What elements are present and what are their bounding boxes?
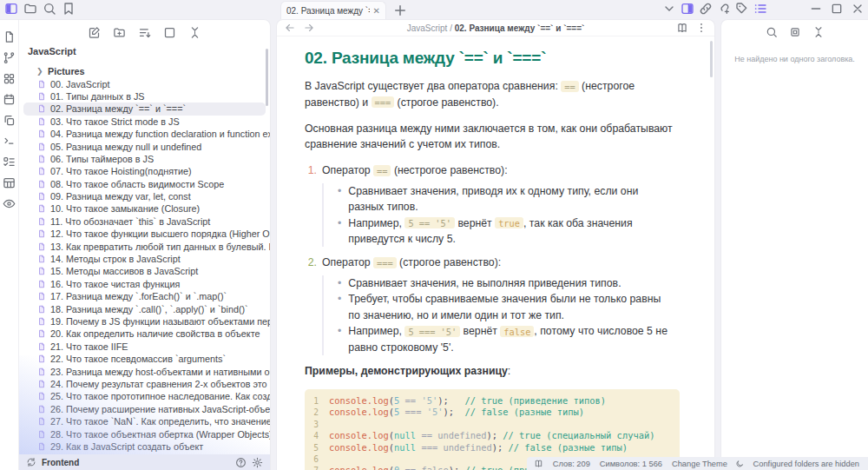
editor-scrollbar[interactable] xyxy=(710,41,713,77)
sidebar-scrollbar[interactable] xyxy=(266,49,268,106)
line-number: 6 xyxy=(305,453,329,465)
file-item[interactable]: 09. Разница между var, let, const xyxy=(19,190,270,202)
sort-icon[interactable] xyxy=(138,26,151,39)
pane-left-icon[interactable] xyxy=(4,2,18,16)
file-item[interactable]: 21. Что такое IIFE xyxy=(19,341,270,353)
help-icon[interactable] xyxy=(235,457,247,468)
file-item[interactable]: 18. Разница между `.call()`, `.apply()` … xyxy=(19,302,270,314)
new-tab-button[interactable] xyxy=(392,3,408,18)
collapse-all-icon[interactable] xyxy=(188,26,201,39)
file-item[interactable]: 05. Разница между null и undefined xyxy=(19,140,270,152)
search-icon[interactable] xyxy=(766,26,778,38)
calendar-icon[interactable] xyxy=(3,93,16,106)
file-label: 15. Методы массивов в JavaScript xyxy=(50,266,270,276)
line-number: 3 xyxy=(305,419,329,430)
file-label: 12. Что такое функции высшего порядка (H… xyxy=(50,228,270,239)
link-out-icon[interactable] xyxy=(699,2,713,16)
file-label: 29. Как в JavaScript создать объект xyxy=(50,441,270,452)
document-icon xyxy=(37,279,46,289)
file-item[interactable]: 12. Что такое функции высшего порядка (H… xyxy=(19,228,270,240)
link-add-icon[interactable] xyxy=(717,2,731,16)
new-folder-icon[interactable] xyxy=(113,26,126,39)
eye-icon[interactable] xyxy=(3,197,16,210)
code-line: console.log(5 === '5'); // false (разные… xyxy=(329,407,584,418)
file-item[interactable]: 07. Что такое Hoisting(поднятие) xyxy=(19,165,270,177)
search-icon[interactable] xyxy=(43,2,56,16)
layout-icon[interactable] xyxy=(163,26,176,39)
minimize-icon[interactable] xyxy=(809,2,823,16)
file-item[interactable]: 29. Как в JavaScript создать объект xyxy=(19,440,270,453)
file-item[interactable]: 25. Что такое прототипное наследование. … xyxy=(19,390,270,402)
folder-icon[interactable] xyxy=(23,2,37,16)
document-icon xyxy=(37,242,46,252)
copy-icon[interactable] xyxy=(3,114,16,127)
file-item[interactable]: 22. Что такое псевдомассив `arguments` xyxy=(19,353,270,365)
collapse-all-icon[interactable] xyxy=(812,26,825,38)
file-item[interactable]: 26. Почему расширение нативных JavaScrip… xyxy=(19,403,270,415)
file-item[interactable]: 23. Разница между host-объектами и натив… xyxy=(19,365,270,377)
breadcrumb-root[interactable]: JavaScript xyxy=(407,23,448,33)
file-label: 27. Что такое `NaN`. Как определить, что… xyxy=(50,416,270,427)
file-item[interactable]: 08. Что такое область видимости Scope xyxy=(19,178,270,190)
file-item[interactable]: 13. Как превратить любой тип данных в бу… xyxy=(19,240,270,252)
git-branch-icon[interactable] xyxy=(3,51,16,64)
quick-switcher-icon[interactable] xyxy=(3,30,16,43)
change-theme-button[interactable]: Change Theme xyxy=(672,460,744,468)
file-label: 08. Что такое область видимости Scope xyxy=(50,179,270,189)
file-item[interactable]: 17. Разница между `.forEach()` и `.map()… xyxy=(19,290,270,302)
outline-icon[interactable] xyxy=(753,2,767,16)
chevron-down-icon[interactable] xyxy=(662,2,676,16)
file-item[interactable]: 27. Что такое `NaN`. Как определить, что… xyxy=(19,415,270,427)
char-count: Символов: 1 566 xyxy=(600,460,662,468)
folder-item-pictures[interactable]: ❯ Pictures xyxy=(19,65,270,77)
document-icon xyxy=(37,416,46,427)
vault-name[interactable]: Frontend xyxy=(42,458,230,467)
file-label: 11. Что обозначает `this` в JavaScript xyxy=(50,216,270,227)
reading-mode-icon[interactable] xyxy=(676,22,688,34)
moon-icon xyxy=(735,460,744,468)
file-item[interactable]: 28. Что такое объектная обертка (Wrapper… xyxy=(19,427,270,440)
tab-close-icon[interactable]: ✕ xyxy=(373,6,380,16)
close-icon[interactable] xyxy=(851,2,865,16)
file-item[interactable]: 10. Что такое замыкание (Closure) xyxy=(19,202,270,215)
grid-icon[interactable] xyxy=(3,72,16,85)
file-item[interactable]: 00. JavaScript xyxy=(19,77,270,89)
breadcrumb-current[interactable]: 02. Разница между `==` и `===` xyxy=(455,23,585,33)
maximize-icon[interactable] xyxy=(830,2,844,16)
file-item[interactable]: 11. Что обозначает `this` в JavaScript xyxy=(19,215,270,228)
folder-label: Pictures xyxy=(48,66,270,76)
file-label: 28. Что такое объектная обертка (Wrapper… xyxy=(50,429,270,440)
file-item[interactable]: 02. Разница между `==` и `===` xyxy=(23,103,266,115)
bookmark-icon[interactable] xyxy=(62,2,76,16)
document-icon xyxy=(37,367,46,377)
file-item[interactable]: 19. Почему в JS функции называют объекта… xyxy=(19,315,270,328)
document-icon xyxy=(37,116,46,127)
file-item[interactable]: 03. Что такое Strict mode в JS xyxy=(19,116,270,128)
note-paragraph: Примеры, демонстрирующих разницу: xyxy=(305,363,674,380)
document-icon xyxy=(37,328,46,339)
file-item[interactable]: 15. Методы массивов в JavaScript xyxy=(19,265,270,277)
gear-icon[interactable] xyxy=(252,457,263,468)
file-item[interactable]: 01. Типы данных в JS xyxy=(19,90,270,103)
checklist-icon[interactable] xyxy=(3,156,16,169)
file-item[interactable]: 20. Как определить наличие свойства в об… xyxy=(19,328,270,340)
terminal-icon[interactable] xyxy=(3,135,16,148)
stack-icon[interactable] xyxy=(789,26,801,38)
file-item[interactable]: 06. Типы таймеров в JS xyxy=(19,153,270,165)
new-note-icon[interactable] xyxy=(88,26,101,39)
file-item[interactable]: 24. Почему результат сравнения 2-х объек… xyxy=(19,378,270,390)
more-options-icon[interactable] xyxy=(695,22,707,34)
sync-icon[interactable] xyxy=(26,457,36,467)
tags-icon[interactable] xyxy=(735,2,749,16)
file-item[interactable]: 04. Разница между function declaration и… xyxy=(19,128,270,140)
file-item[interactable]: 14. Методы строк в JavaScript xyxy=(19,253,270,265)
note-tab[interactable]: 02. Разница между `==` и... ✕ xyxy=(280,1,386,19)
document-icon xyxy=(37,103,46,114)
bullet-list: •Сравнивает значения, приводя их к одном… xyxy=(322,183,674,248)
document-icon xyxy=(37,354,46,364)
document-icon xyxy=(37,441,46,452)
bullet-item: •Сравнивает значения, приводя их к одном… xyxy=(338,183,674,215)
table-icon[interactable] xyxy=(3,176,16,189)
file-item[interactable]: 16. Что такое чистая функция xyxy=(19,278,270,290)
pane-right-icon[interactable] xyxy=(681,2,694,16)
